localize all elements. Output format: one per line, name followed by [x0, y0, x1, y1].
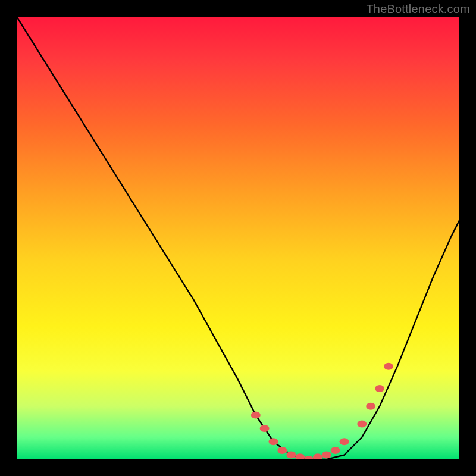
chart-frame: TheBottleneck.com [0, 0, 476, 476]
attribution-text: TheBottleneck.com [366, 2, 470, 16]
plot-gradient-background [17, 17, 459, 459]
